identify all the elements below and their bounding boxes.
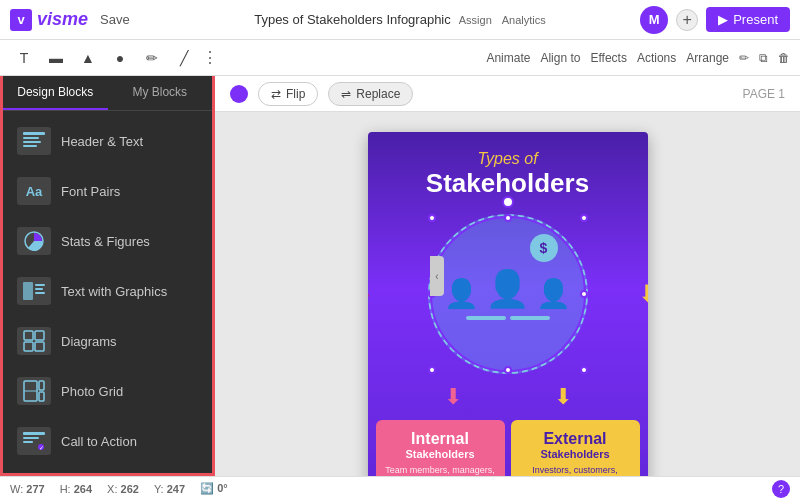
sidebar-tabs: Design Blocks My Blocks	[3, 76, 212, 111]
down-arrow-left: ⬇	[444, 384, 462, 410]
play-icon: ▶	[718, 12, 728, 27]
sidebar-item-diagrams[interactable]: Diagrams	[3, 316, 212, 366]
svg-rect-10	[35, 331, 44, 340]
logo-text: visme	[37, 9, 88, 30]
topbar-right: M + ▶ Present	[640, 6, 790, 34]
arrows-section: ⬇ ⬇	[368, 379, 648, 415]
x-label: X: 262	[107, 483, 139, 495]
sidebar-item-header-text[interactable]: Header & Text	[3, 116, 212, 166]
infographic[interactable]: Types of Stakeholders ➜ 👤 👤 👤	[368, 132, 648, 476]
svg-rect-8	[35, 292, 45, 294]
handle-bm[interactable]	[504, 366, 512, 374]
title-actions: Assign Analytics	[459, 14, 546, 26]
save-button[interactable]: Save	[100, 12, 130, 27]
svg-rect-1	[23, 137, 39, 139]
height-label: H: 264	[60, 483, 92, 495]
font-pairs-icon: Aa	[17, 177, 51, 205]
sidebar-item-photo-grid[interactable]: Photo Grid	[3, 366, 212, 416]
infographic-wrap: Types of Stakeholders ➜ 👤 👤 👤	[368, 132, 648, 476]
sidebar-items-list: Header & Text Aa Font Pairs Stats & Figu…	[3, 111, 212, 471]
align-to-button[interactable]: Align to	[540, 51, 580, 65]
down-arrow-right: ⬇	[554, 384, 572, 410]
help-button[interactable]: ?	[772, 480, 790, 498]
svg-rect-14	[39, 381, 44, 390]
svg-rect-7	[35, 288, 43, 290]
arrange-button[interactable]: Arrange	[686, 51, 729, 65]
svg-rect-0	[23, 132, 45, 135]
more-tools-button[interactable]: ⋮	[202, 48, 218, 67]
shape-circle-tool[interactable]: ●	[106, 44, 134, 72]
sidebar-item-diagrams-label: Diagrams	[61, 334, 117, 349]
svg-text:✓: ✓	[39, 445, 44, 450]
handle-mr[interactable]	[580, 290, 588, 298]
sidebar-item-font-pairs[interactable]: Aa Font Pairs	[3, 166, 212, 216]
effects-button[interactable]: Effects	[590, 51, 626, 65]
types-label: Types of	[378, 150, 638, 168]
svg-rect-6	[35, 284, 45, 286]
svg-rect-12	[35, 342, 44, 351]
sidebar-item-call-to-action[interactable]: ✓ Call to Action	[3, 416, 212, 466]
present-button[interactable]: ▶ Present	[706, 7, 790, 32]
svg-rect-9	[24, 331, 33, 340]
canvas-area[interactable]: ⇄ Flip ⇌ Replace PAGE 1 ‹ Types of Stake…	[215, 76, 800, 476]
pen-edit-icon[interactable]: ✏	[739, 51, 749, 65]
sidebar-item-text-graphics[interactable]: Text with Graphics	[3, 266, 212, 316]
svg-rect-2	[23, 141, 41, 143]
photo-grid-icon	[17, 377, 51, 405]
sidebar-collapse-handle[interactable]: ‹	[430, 256, 444, 296]
svg-rect-19	[23, 441, 33, 443]
tab-my-blocks[interactable]: My Blocks	[108, 76, 213, 110]
statusbar: W: 277 H: 264 X: 262 Y: 247 🔄 0° ?	[0, 476, 800, 500]
card-external: External Stakeholders Investors, custome…	[511, 420, 640, 476]
external-subtitle: Stakeholders	[519, 448, 632, 460]
actions-button[interactable]: Actions	[637, 51, 676, 65]
shape-rectangle-tool[interactable]: ▬	[42, 44, 70, 72]
flip-button[interactable]: ⇄ Flip	[258, 82, 318, 106]
handle-br[interactable]	[580, 366, 588, 374]
dollar-badge: $	[530, 234, 558, 262]
svg-rect-5	[23, 282, 33, 300]
assign-button[interactable]: Assign	[459, 14, 492, 26]
center-section: ➜ 👤 👤 👤	[368, 209, 648, 379]
diagrams-icon	[17, 327, 51, 355]
y-label: Y: 247	[154, 483, 185, 495]
sidebar: Design Blocks My Blocks Header & Text Aa…	[0, 76, 215, 476]
handle-tm[interactable]	[504, 214, 512, 222]
text-graphics-icon	[17, 277, 51, 305]
sidebar-item-stats-figures[interactable]: Stats & Figures	[3, 216, 212, 266]
external-desc: Investors, customers, creditors, supplie…	[519, 465, 632, 476]
svg-rect-11	[24, 342, 33, 351]
line-tool[interactable]: ╱	[170, 44, 198, 72]
animate-button[interactable]: Animate	[486, 51, 530, 65]
sidebar-item-stats-figures-label: Stats & Figures	[61, 234, 150, 249]
svg-rect-17	[23, 432, 45, 435]
text-tool[interactable]: T	[10, 44, 38, 72]
svg-rect-15	[39, 392, 44, 401]
statusbar-right: ?	[772, 480, 790, 498]
add-collaborator-button[interactable]: +	[676, 9, 698, 31]
stakeholder-circle: 👤 👤 👤 $	[428, 214, 588, 374]
main-layout: Design Blocks My Blocks Header & Text Aa…	[0, 76, 800, 476]
replace-button[interactable]: ⇌ Replace	[328, 82, 413, 106]
document-title: Types of Stakeholders Infographic Assign…	[254, 12, 546, 27]
bottom-cards: Internal Stakeholders Team members, mana…	[368, 415, 648, 476]
shape-triangle-tool[interactable]: ▲	[74, 44, 102, 72]
person-icon-center: 👤	[485, 268, 530, 310]
tab-design-blocks[interactable]: Design Blocks	[3, 76, 108, 110]
handle-tr[interactable]	[580, 214, 588, 222]
pen-tool[interactable]: ✏	[138, 44, 166, 72]
handle-tl[interactable]	[428, 214, 436, 222]
analytics-button[interactable]: Analytics	[502, 14, 546, 26]
color-indicator	[230, 85, 248, 103]
svg-rect-18	[23, 437, 39, 439]
sidebar-item-header-text-label: Header & Text	[61, 134, 143, 149]
red-arrow: ➜	[368, 271, 372, 317]
handle-bl[interactable]	[428, 366, 436, 374]
duplicate-icon[interactable]: ⧉	[759, 51, 768, 65]
angle-label: 🔄 0°	[200, 482, 228, 495]
delete-icon[interactable]: 🗑	[778, 51, 790, 65]
stats-figures-icon	[17, 227, 51, 255]
page-label: PAGE 1	[743, 87, 785, 101]
avatar[interactable]: M	[640, 6, 668, 34]
internal-title: Internal	[384, 430, 497, 448]
